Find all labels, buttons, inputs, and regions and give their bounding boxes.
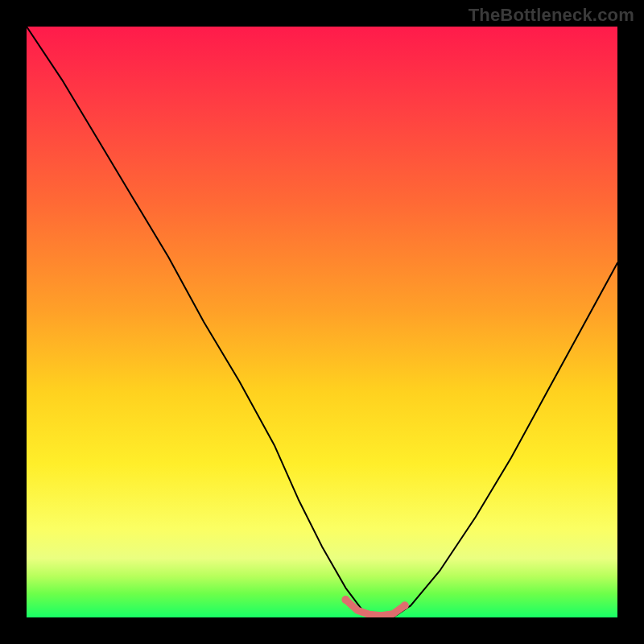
- highlight-dot-left: [341, 596, 349, 604]
- watermark-text: TheBottleneck.com: [469, 5, 634, 26]
- chart-frame: TheBottleneck.com: [0, 0, 644, 644]
- min-plateau-highlight: [345, 600, 404, 616]
- plot-area: [27, 27, 617, 617]
- chart-svg: [27, 27, 617, 617]
- bottleneck-curve: [27, 27, 617, 617]
- highlight-dot-right: [401, 601, 409, 609]
